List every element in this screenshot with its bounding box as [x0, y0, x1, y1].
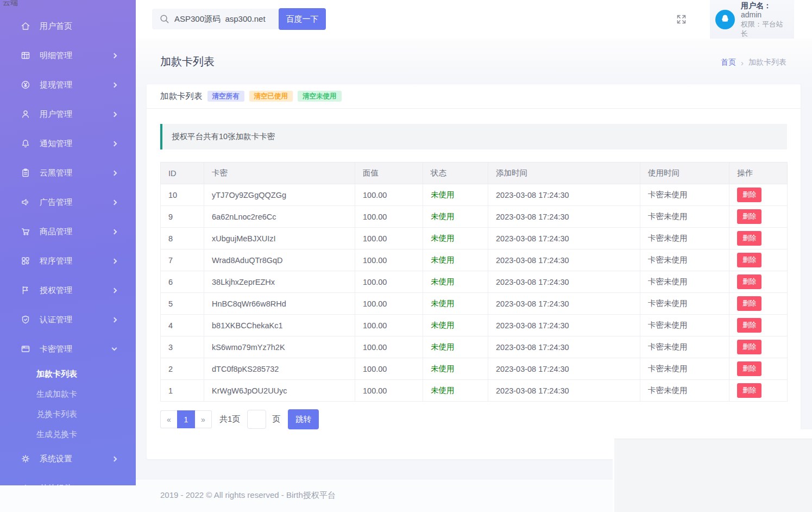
sidebar: 云端 用户首页明细管理提现管理用户管理通知管理云黑管理广告管理商品管理程序管理授… — [0, 0, 136, 485]
sidebar-item[interactable]: 程序管理 — [0, 246, 136, 276]
cell-card-key: 6a62nLnoc2re6Cc — [204, 206, 355, 228]
cell-id: 10 — [161, 184, 204, 206]
sidebar-subitem[interactable]: 加款卡列表 — [0, 364, 136, 384]
breadcrumb: 首页 › 加款卡列表 — [721, 58, 786, 67]
table-row: 1KrWgW6JpOU2UUyc100.00未使用2023-03-08 17:2… — [161, 380, 788, 402]
column-header: 状态 — [423, 163, 488, 184]
cell-actions: 删除 — [729, 336, 788, 358]
table-body: 10yTJ7Oy9ZGgQQZGg100.00未使用2023-03-08 17:… — [161, 184, 788, 402]
cell-actions: 删除 — [729, 206, 788, 228]
chevron-right-icon — [112, 111, 117, 117]
cell-added-time: 2023-03-08 17:24:30 — [488, 358, 640, 380]
clear-badge-button[interactable]: 清空未使用 — [298, 91, 342, 102]
sidebar-subitem[interactable]: 兑换卡列表 — [0, 404, 136, 424]
clear-badge-button[interactable]: 清空所有 — [207, 91, 244, 102]
sidebar-subitem[interactable]: 生成加款卡 — [0, 384, 136, 404]
cell-status: 未使用 — [423, 358, 488, 380]
cell-added-time: 2023-03-08 17:24:30 — [488, 315, 640, 336]
cell-id: 1 — [161, 380, 204, 402]
cell-id: 2 — [161, 358, 204, 380]
table-row: 5HnBC8qWr66w8RHd100.00未使用2023-03-08 17:2… — [161, 293, 788, 315]
baidu-search-button[interactable]: 百度一下 — [279, 8, 326, 30]
table-row: 8xUbgujMeBJXUIzI100.00未使用2023-03-08 17:2… — [161, 228, 788, 249]
cell-status: 未使用 — [423, 315, 488, 336]
sidebar-menu: 用户首页明细管理提现管理用户管理通知管理云黑管理广告管理商品管理程序管理授权管理… — [0, 0, 136, 485]
cell-face-value: 100.00 — [355, 271, 423, 293]
sidebar-item[interactable]: 商品管理 — [0, 217, 136, 246]
corner-brand-label: 云端 — [3, 0, 18, 8]
cell-added-time: 2023-03-08 17:24:30 — [488, 271, 640, 293]
card-key-icon — [20, 344, 31, 354]
delete-button[interactable]: 删除 — [737, 188, 761, 202]
clear-badge-button[interactable]: 清空已使用 — [249, 91, 293, 102]
goods-cart-icon — [20, 226, 31, 237]
cell-used-time: 卡密未使用 — [640, 336, 729, 358]
search-input[interactable] — [152, 9, 279, 29]
cell-used-time: 卡密未使用 — [640, 358, 729, 380]
user-role: 权限：平台站长 — [741, 20, 789, 38]
breadcrumb-home-link[interactable]: 首页 — [721, 58, 736, 67]
cell-card-key: dTC0f8pKS285732 — [204, 358, 355, 380]
sidebar-item-label: 提现管理 — [40, 80, 112, 90]
cell-card-key: KrWgW6JpOU2UUyc — [204, 380, 355, 402]
delete-button[interactable]: 删除 — [737, 383, 761, 398]
chevron-down-icon — [112, 345, 117, 351]
page-title: 加款卡列表 — [160, 54, 215, 69]
sidebar-item-label: 用户管理 — [40, 109, 112, 120]
breadcrumb-current: 加款卡列表 — [748, 58, 786, 67]
authorization-flag-icon — [20, 285, 31, 296]
cell-status: 未使用 — [423, 206, 488, 228]
pagination-next-button[interactable]: » — [195, 410, 212, 428]
table-header-row: ID卡密面值状态添加时间使用时间操作 — [161, 163, 788, 184]
sidebar-item[interactable]: 用户首页 — [0, 11, 136, 41]
sidebar-subitem[interactable]: 生成兑换卡 — [0, 424, 136, 444]
cell-added-time: 2023-03-08 17:24:30 — [488, 184, 640, 206]
cell-added-time: 2023-03-08 17:24:30 — [488, 228, 640, 249]
delete-button[interactable]: 删除 — [737, 274, 761, 289]
card-title: 加款卡列表 — [160, 91, 203, 102]
delete-button[interactable]: 删除 — [737, 253, 761, 267]
cell-card-key: yTJ7Oy9ZGgQQZGg — [204, 184, 355, 206]
pagination-page-button[interactable]: 1 — [177, 410, 195, 428]
sidebar-item[interactable]: 用户管理 — [0, 99, 136, 129]
sidebar-item[interactable]: 明细管理 — [0, 41, 136, 70]
cell-card-key: Wrad8AduQTr8GqD — [204, 249, 355, 271]
sidebar-item[interactable]: 云黑管理 — [0, 158, 136, 188]
sidebar-item[interactable]: 认证管理 — [0, 305, 136, 334]
delete-button[interactable]: 删除 — [737, 340, 761, 354]
blacklist-clipboard-icon — [20, 167, 31, 178]
cell-used-time: 卡密未使用 — [640, 380, 729, 402]
sidebar-item-label: 商品管理 — [40, 227, 112, 237]
sidebar-item[interactable]: 提现管理 — [0, 70, 136, 99]
pagination-prev-button[interactable]: « — [160, 410, 177, 428]
sidebar-item[interactable]: 其他组件 — [0, 473, 136, 485]
table-row: 7Wrad8AduQTr8GqD100.00未使用2023-03-08 17:2… — [161, 249, 788, 271]
chevron-right-icon — [112, 199, 117, 205]
settings-gear-icon — [20, 453, 31, 464]
fullscreen-icon[interactable] — [676, 14, 687, 25]
delete-button[interactable]: 删除 — [737, 296, 761, 311]
delete-button[interactable]: 删除 — [737, 318, 761, 333]
sidebar-item[interactable]: 系统设置 — [0, 444, 136, 473]
table-row: 3kS6wmo79mYz7h2K100.00未使用2023-03-08 17:2… — [161, 336, 788, 358]
sidebar-item[interactable]: 通知管理 — [0, 129, 136, 158]
certification-shield-icon — [20, 314, 31, 325]
bell-icon — [20, 138, 31, 149]
sidebar-item[interactable]: 授权管理 — [0, 276, 136, 305]
chevron-right-icon: › — [741, 58, 744, 67]
cell-used-time: 卡密未使用 — [640, 271, 729, 293]
sidebar-item[interactable]: 卡密管理 — [0, 334, 136, 364]
delete-button[interactable]: 删除 — [737, 209, 761, 224]
cell-status: 未使用 — [423, 380, 488, 402]
jump-button[interactable]: 跳转 — [288, 409, 319, 429]
user-menu[interactable]: 用户名：admin 权限：平台站长 — [710, 0, 794, 39]
delete-button[interactable]: 删除 — [737, 231, 761, 246]
card-table: ID卡密面值状态添加时间使用时间操作 10yTJ7Oy9ZGgQQZGg100.… — [160, 162, 788, 402]
page-jump-input[interactable] — [247, 410, 266, 429]
sidebar-item[interactable]: 广告管理 — [0, 188, 136, 217]
search-icon — [159, 14, 170, 24]
delete-button[interactable]: 删除 — [737, 361, 761, 376]
copyright-text: 2019 - 2022 © All rights reserved - Birt… — [160, 490, 336, 501]
pagination: « 1 » 共1页 页 跳转 — [160, 409, 787, 429]
card-list-panel: 加款卡列表 清空所有清空已使用清空未使用 授权平台共有10张加款卡卡密 ID卡密… — [147, 84, 801, 459]
